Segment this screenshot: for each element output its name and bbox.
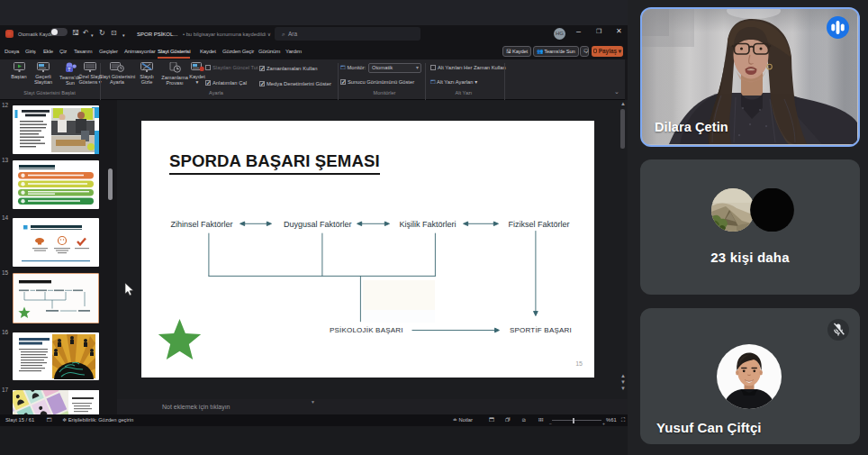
svg-text:T: T bbox=[67, 67, 70, 72]
svg-text:15: 15 bbox=[575, 360, 583, 367]
